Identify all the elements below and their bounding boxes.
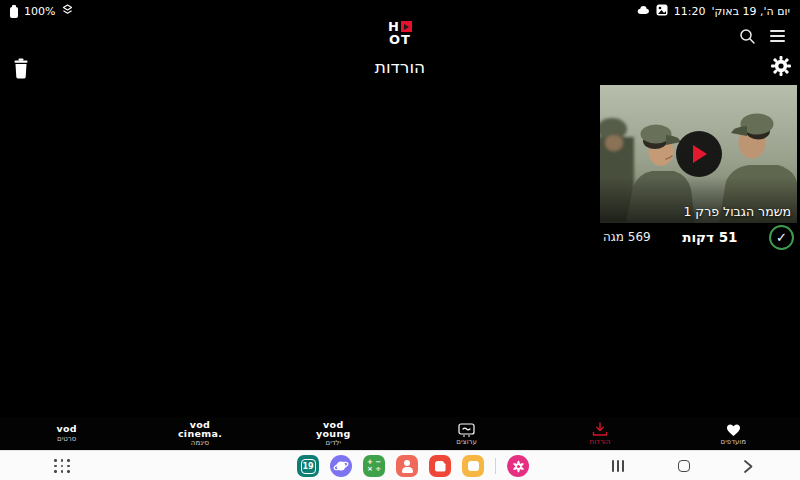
recent-app-icon[interactable] (507, 455, 529, 477)
internet-browser-app-icon[interactable] (330, 455, 352, 477)
hot-logo: H OT (0, 20, 800, 46)
calc-symbols-bottom: × ÷ (367, 466, 381, 473)
download-icon (592, 422, 608, 437)
nav-item-downloads[interactable]: הורדות (533, 417, 666, 450)
cloud-icon (636, 4, 650, 18)
nav-sublabel: מועדפים (721, 439, 746, 446)
layers-icon (61, 3, 74, 19)
calendar-app-icon[interactable]: 19 (297, 455, 319, 477)
status-bar: 100% 11:20 יום ה', 19 באוק' (0, 0, 800, 22)
battery-icon (10, 5, 18, 18)
clock: 11:20 (674, 5, 706, 18)
android-screen: 100% 11:20 יום ה', 19 באוק' H (0, 0, 800, 480)
play-button[interactable] (676, 131, 722, 177)
menu-icon[interactable] (766, 26, 788, 46)
episode-duration: 51 דקות (682, 229, 737, 245)
nav-item-favorites[interactable]: מועדפים (667, 417, 800, 450)
play-icon (693, 145, 707, 163)
downloaded-check-icon[interactable]: ✓ (769, 225, 794, 250)
nav-item-vod-cinema[interactable]: vod cinema. סינמה (133, 417, 266, 450)
nav-label: cinema. (178, 430, 222, 439)
taskbar-apps: 19 + − × ÷ (297, 455, 529, 477)
logo-red-square-icon (401, 21, 412, 32)
nav-sublabel: ילדים (326, 440, 342, 447)
settings-gear-icon[interactable] (768, 53, 794, 79)
contacts-app-icon[interactable] (396, 455, 418, 477)
status-right: 11:20 יום ה', 19 באוק' (636, 4, 790, 19)
episode-title: משמר הגבול פרק 1 (683, 204, 791, 219)
gallery-app-icon[interactable] (462, 455, 484, 477)
episode-file-size: 569 מגה (603, 230, 651, 244)
logo-letters-ot: OT (389, 33, 411, 46)
heart-icon (726, 422, 741, 437)
check-glyph: ✓ (776, 230, 787, 245)
nav-item-channels[interactable]: ערוצים (400, 417, 533, 450)
status-left: 100% (10, 3, 74, 19)
notes-app-icon[interactable] (429, 455, 451, 477)
nav-item-vod-young[interactable]: vod young ילדים (267, 417, 400, 450)
page-title: הורדות (0, 57, 800, 77)
recents-button[interactable] (610, 458, 626, 474)
search-icon[interactable] (736, 25, 758, 47)
taskbar: 19 + − × ÷ (0, 450, 800, 480)
download-info-row: ✓ 51 דקות 569 מגה (600, 223, 797, 251)
calendar-day: 19 (302, 462, 313, 471)
tv-icon (458, 422, 475, 437)
home-button[interactable] (676, 458, 692, 474)
nav-item-vod[interactable]: vod סרטים (0, 417, 133, 450)
bottom-nav: vod סרטים vod cinema. סינמה vod young יל… (0, 417, 800, 450)
nav-label: vod (56, 425, 76, 434)
back-button[interactable] (740, 458, 756, 474)
taskbar-separator (495, 458, 496, 474)
nav-sublabel: סינמה (191, 440, 209, 447)
nav-sublabel: ערוצים (456, 439, 477, 446)
nav-sublabel: הורדות (590, 439, 611, 446)
app-drawer-icon[interactable] (54, 458, 70, 474)
calculator-app-icon[interactable]: + − × ÷ (363, 455, 385, 477)
nav-label: young (316, 430, 351, 439)
photo-notification-icon (656, 4, 668, 19)
date: יום ה', 19 באוק' (711, 5, 790, 18)
download-item-thumbnail[interactable]: משמר הגבול פרק 1 (600, 85, 797, 223)
battery-percent: 100% (24, 5, 55, 18)
nav-sublabel: סרטים (57, 436, 76, 443)
